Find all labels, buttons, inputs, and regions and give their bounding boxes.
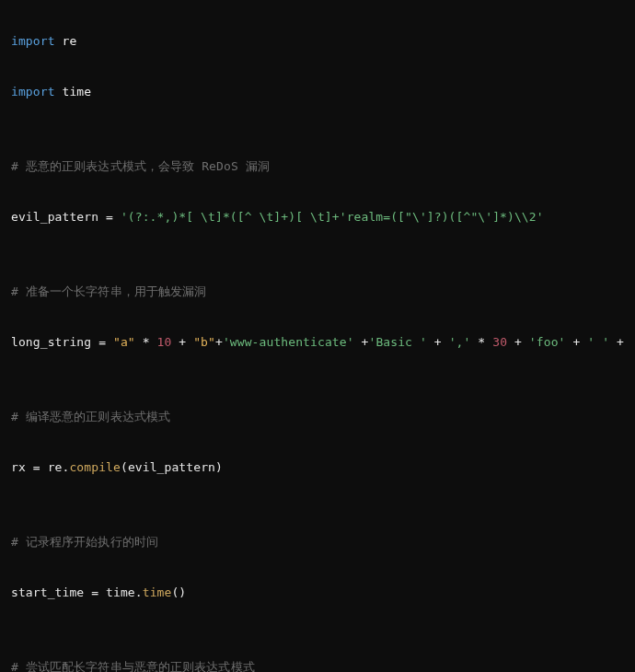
- code-line: # 编译恶意的正则表达式模式: [11, 404, 624, 429]
- operator: +: [507, 335, 529, 349]
- operator: +: [566, 335, 588, 349]
- string-literal: 'Basic ': [368, 335, 426, 349]
- paren: ): [215, 460, 223, 474]
- string-literal: "a": [113, 335, 135, 349]
- function-call: time: [143, 585, 172, 599]
- comment: # 编译恶意的正则表达式模式: [11, 410, 170, 423]
- comment: # 记录程序开始执行的时间: [11, 535, 158, 549]
- module-name: re: [63, 34, 77, 48]
- code-editor: import re import time # 恶意的正则表达式模式，会导致 R…: [0, 0, 635, 672]
- code-line: import re: [11, 29, 624, 53]
- number-literal: 10: [157, 335, 172, 349]
- code-line: # 恶意的正则表达式模式，会导致 ReDoS 漏洞: [11, 154, 624, 179]
- operator: =: [84, 585, 106, 599]
- module-name: time: [63, 85, 92, 98]
- identifier: evil_pattern: [11, 210, 98, 224]
- identifier: evil_pattern: [128, 460, 215, 474]
- comment: # 尝试匹配长字符串与恶意的正则表达式模式: [11, 660, 255, 672]
- operator: =: [26, 460, 48, 474]
- identifier: long_string: [11, 335, 91, 349]
- identifier: start_time: [11, 585, 84, 599]
- operator: +: [427, 335, 449, 349]
- code-line: long_string = "a" * 10 + "b"+'www-authen…: [11, 330, 624, 354]
- string-literal: 'www-authenticate': [223, 335, 354, 349]
- operator: +: [171, 335, 193, 349]
- function-call: compile: [69, 460, 121, 474]
- operator: +: [609, 335, 624, 349]
- operator: +: [215, 335, 223, 349]
- keyword: import: [11, 34, 55, 48]
- code-line: import time: [11, 79, 624, 104]
- operator: =: [91, 335, 113, 349]
- code-line: evil_pattern = '(?:.*,)*[ \t]*([^ \t]+)[…: [11, 204, 624, 229]
- string-literal: 'foo': [529, 335, 566, 349]
- code-line: # 准备一个长字符串，用于触发漏洞: [11, 279, 624, 304]
- code-line: rx = re.compile(evil_pattern): [11, 455, 624, 480]
- identifier: re: [48, 460, 63, 474]
- comment: # 恶意的正则表达式模式，会导致 ReDoS 漏洞: [11, 159, 270, 173]
- paren: (: [121, 460, 128, 474]
- number-literal: 30: [492, 335, 507, 349]
- operator: +: [354, 335, 369, 349]
- string-literal: '(?:.*,)*[ \t]*([^ \t]+)[ \t]+'realm=(["…: [121, 210, 544, 224]
- code-line: # 记录程序开始执行的时间: [11, 529, 624, 554]
- code-line: # 尝试匹配长字符串与恶意的正则表达式模式: [11, 655, 624, 672]
- string-literal: ' ': [587, 335, 609, 349]
- paren: (): [171, 585, 186, 599]
- identifier: time: [106, 585, 135, 599]
- operator: *: [470, 335, 492, 349]
- string-literal: "b": [193, 335, 215, 349]
- operator: *: [135, 335, 157, 349]
- identifier: rx: [11, 460, 26, 474]
- code-line: start_time = time.time(): [11, 580, 624, 605]
- keyword: import: [11, 85, 55, 98]
- string-literal: ',': [449, 335, 471, 349]
- comment: # 准备一个长字符串，用于触发漏洞: [11, 284, 206, 298]
- operator: =: [98, 210, 121, 224]
- operator: .: [135, 585, 143, 599]
